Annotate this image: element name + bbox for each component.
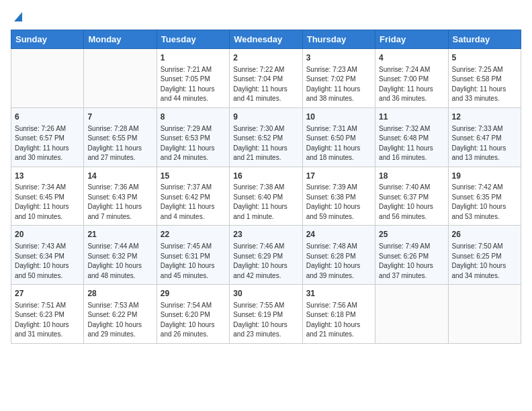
- day-number: 18: [379, 171, 444, 182]
- day-number: 16: [233, 171, 298, 182]
- calendar-cell: 9Sunrise: 7:30 AM Sunset: 6:52 PM Daylig…: [230, 107, 302, 167]
- calendar-header-monday: Monday: [84, 30, 157, 49]
- calendar-cell: 16Sunrise: 7:38 AM Sunset: 6:40 PM Dayli…: [230, 167, 302, 226]
- day-number: 6: [15, 111, 80, 123]
- calendar-cell: 13Sunrise: 7:34 AM Sunset: 6:45 PM Dayli…: [11, 167, 84, 226]
- day-info: Sunrise: 7:26 AM Sunset: 6:57 PM Dayligh…: [15, 124, 80, 163]
- calendar-header-tuesday: Tuesday: [157, 30, 229, 49]
- day-info: Sunrise: 7:32 AM Sunset: 6:48 PM Dayligh…: [379, 124, 444, 163]
- day-number: 7: [87, 111, 152, 123]
- day-number: 23: [233, 229, 298, 240]
- calendar-header-sunday: Sunday: [11, 30, 84, 49]
- day-info: Sunrise: 7:21 AM Sunset: 7:05 PM Dayligh…: [161, 65, 226, 104]
- calendar-cell: 8Sunrise: 7:29 AM Sunset: 6:53 PM Daylig…: [157, 107, 229, 167]
- day-number: 27: [15, 288, 80, 300]
- day-number: 24: [306, 229, 371, 240]
- calendar-header-friday: Friday: [375, 30, 448, 49]
- calendar-table: SundayMondayTuesdayWednesdayThursdayFrid…: [11, 30, 521, 344]
- day-number: 29: [161, 288, 226, 300]
- calendar-cell: 21Sunrise: 7:44 AM Sunset: 6:32 PM Dayli…: [84, 226, 157, 285]
- calendar-cell: 31Sunrise: 7:56 AM Sunset: 6:18 PM Dayli…: [302, 285, 375, 344]
- calendar-cell: 12Sunrise: 7:33 AM Sunset: 6:47 PM Dayli…: [448, 107, 521, 167]
- day-number: 26: [452, 229, 517, 240]
- day-info: Sunrise: 7:55 AM Sunset: 6:19 PM Dayligh…: [233, 301, 298, 340]
- calendar-cell: 17Sunrise: 7:39 AM Sunset: 6:38 PM Dayli…: [302, 167, 375, 226]
- day-info: Sunrise: 7:38 AM Sunset: 6:40 PM Dayligh…: [233, 183, 298, 222]
- calendar-cell: 1Sunrise: 7:21 AM Sunset: 7:05 PM Daylig…: [157, 49, 229, 108]
- calendar-cell: [11, 49, 84, 108]
- calendar-cell: 24Sunrise: 7:48 AM Sunset: 6:28 PM Dayli…: [302, 226, 375, 285]
- calendar-cell: 29Sunrise: 7:54 AM Sunset: 6:20 PM Dayli…: [157, 285, 229, 344]
- day-number: 10: [306, 111, 371, 123]
- day-number: 1: [161, 52, 226, 64]
- day-number: 25: [379, 229, 444, 240]
- day-number: 30: [233, 288, 298, 300]
- calendar-cell: [448, 285, 521, 344]
- day-info: Sunrise: 7:53 AM Sunset: 6:22 PM Dayligh…: [87, 301, 152, 340]
- calendar-cell: 20Sunrise: 7:43 AM Sunset: 6:34 PM Dayli…: [11, 226, 84, 285]
- day-info: Sunrise: 7:46 AM Sunset: 6:29 PM Dayligh…: [233, 242, 298, 281]
- calendar-cell: 2Sunrise: 7:22 AM Sunset: 7:04 PM Daylig…: [230, 49, 302, 108]
- day-number: 13: [15, 171, 80, 182]
- day-info: Sunrise: 7:42 AM Sunset: 6:35 PM Dayligh…: [452, 183, 517, 222]
- calendar-cell: 18Sunrise: 7:40 AM Sunset: 6:37 PM Dayli…: [375, 167, 448, 226]
- calendar-cell: 4Sunrise: 7:24 AM Sunset: 7:00 PM Daylig…: [375, 49, 448, 108]
- day-info: Sunrise: 7:49 AM Sunset: 6:26 PM Dayligh…: [379, 242, 444, 281]
- calendar-cell: 27Sunrise: 7:51 AM Sunset: 6:23 PM Dayli…: [11, 285, 84, 344]
- day-info: Sunrise: 7:45 AM Sunset: 6:31 PM Dayligh…: [161, 242, 226, 281]
- calendar-cell: 10Sunrise: 7:31 AM Sunset: 6:50 PM Dayli…: [302, 107, 375, 167]
- calendar-header-wednesday: Wednesday: [230, 30, 302, 49]
- day-info: Sunrise: 7:50 AM Sunset: 6:25 PM Dayligh…: [452, 242, 517, 281]
- calendar-body: 1Sunrise: 7:21 AM Sunset: 7:05 PM Daylig…: [11, 49, 521, 344]
- day-number: 15: [161, 171, 226, 182]
- calendar-cell: 14Sunrise: 7:36 AM Sunset: 6:43 PM Dayli…: [84, 167, 157, 226]
- day-number: 20: [15, 229, 80, 240]
- calendar-cell: 7Sunrise: 7:28 AM Sunset: 6:55 PM Daylig…: [84, 107, 157, 167]
- day-number: 4: [379, 52, 444, 64]
- calendar-cell: 15Sunrise: 7:37 AM Sunset: 6:42 PM Dayli…: [157, 167, 229, 226]
- calendar-cell: 22Sunrise: 7:45 AM Sunset: 6:31 PM Dayli…: [157, 226, 229, 285]
- calendar-cell: 25Sunrise: 7:49 AM Sunset: 6:26 PM Dayli…: [375, 226, 448, 285]
- day-info: Sunrise: 7:51 AM Sunset: 6:23 PM Dayligh…: [15, 301, 80, 340]
- day-number: 17: [306, 171, 371, 182]
- calendar-cell: [375, 285, 448, 344]
- calendar-header-row: SundayMondayTuesdayWednesdayThursdayFrid…: [11, 30, 521, 49]
- day-info: Sunrise: 7:29 AM Sunset: 6:53 PM Dayligh…: [161, 124, 226, 163]
- page-header: [11, 11, 521, 23]
- calendar-cell: 28Sunrise: 7:53 AM Sunset: 6:22 PM Dayli…: [84, 285, 157, 344]
- day-info: Sunrise: 7:33 AM Sunset: 6:47 PM Dayligh…: [452, 124, 517, 163]
- day-info: Sunrise: 7:48 AM Sunset: 6:28 PM Dayligh…: [306, 242, 371, 281]
- calendar-header-thursday: Thursday: [302, 30, 375, 49]
- day-info: Sunrise: 7:56 AM Sunset: 6:18 PM Dayligh…: [306, 301, 371, 340]
- calendar-cell: 5Sunrise: 7:25 AM Sunset: 6:58 PM Daylig…: [448, 49, 521, 108]
- calendar-week-row: 20Sunrise: 7:43 AM Sunset: 6:34 PM Dayli…: [11, 226, 521, 285]
- calendar-week-row: 6Sunrise: 7:26 AM Sunset: 6:57 PM Daylig…: [11, 107, 521, 167]
- day-number: 3: [306, 52, 371, 64]
- day-info: Sunrise: 7:31 AM Sunset: 6:50 PM Dayligh…: [306, 124, 371, 163]
- day-info: Sunrise: 7:44 AM Sunset: 6:32 PM Dayligh…: [87, 242, 152, 281]
- day-info: Sunrise: 7:39 AM Sunset: 6:38 PM Dayligh…: [306, 183, 371, 222]
- logo-icon: [11, 9, 25, 23]
- calendar-cell: 23Sunrise: 7:46 AM Sunset: 6:29 PM Dayli…: [230, 226, 302, 285]
- logo: [11, 11, 25, 23]
- day-info: Sunrise: 7:28 AM Sunset: 6:55 PM Dayligh…: [87, 124, 152, 163]
- calendar-week-row: 13Sunrise: 7:34 AM Sunset: 6:45 PM Dayli…: [11, 167, 521, 226]
- day-number: 2: [233, 52, 298, 64]
- calendar-cell: 6Sunrise: 7:26 AM Sunset: 6:57 PM Daylig…: [11, 107, 84, 167]
- day-info: Sunrise: 7:34 AM Sunset: 6:45 PM Dayligh…: [15, 183, 80, 222]
- day-info: Sunrise: 7:54 AM Sunset: 6:20 PM Dayligh…: [161, 301, 226, 340]
- day-number: 8: [161, 111, 226, 123]
- day-info: Sunrise: 7:30 AM Sunset: 6:52 PM Dayligh…: [233, 124, 298, 163]
- day-number: 19: [452, 171, 517, 182]
- day-info: Sunrise: 7:25 AM Sunset: 6:58 PM Dayligh…: [452, 65, 517, 104]
- day-number: 9: [233, 111, 298, 123]
- day-number: 11: [379, 111, 444, 123]
- calendar-week-row: 1Sunrise: 7:21 AM Sunset: 7:05 PM Daylig…: [11, 49, 521, 108]
- day-number: 31: [306, 288, 371, 300]
- day-number: 5: [452, 52, 517, 64]
- day-number: 12: [452, 111, 517, 123]
- day-info: Sunrise: 7:43 AM Sunset: 6:34 PM Dayligh…: [15, 242, 80, 281]
- svg-marker-0: [14, 12, 22, 21]
- day-info: Sunrise: 7:36 AM Sunset: 6:43 PM Dayligh…: [87, 183, 152, 222]
- calendar-cell: 19Sunrise: 7:42 AM Sunset: 6:35 PM Dayli…: [448, 167, 521, 226]
